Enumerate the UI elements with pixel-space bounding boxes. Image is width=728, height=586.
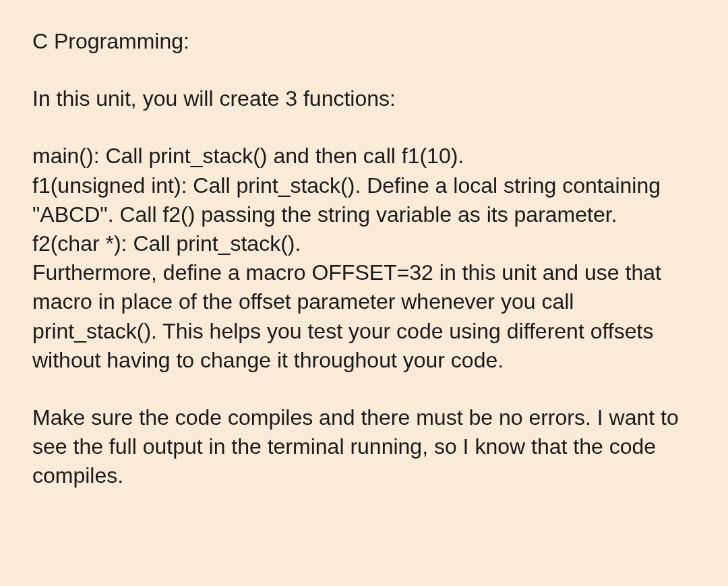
functions-paragraph: main(): Call print_stack() and then call… (32, 142, 696, 375)
heading-paragraph: C Programming: (32, 27, 696, 56)
intro-paragraph: In this unit, you will create 3 function… (32, 84, 696, 113)
document-content: C Programming: In this unit, you will cr… (32, 27, 696, 490)
instructions-paragraph: Make sure the code compiles and there mu… (32, 403, 696, 491)
